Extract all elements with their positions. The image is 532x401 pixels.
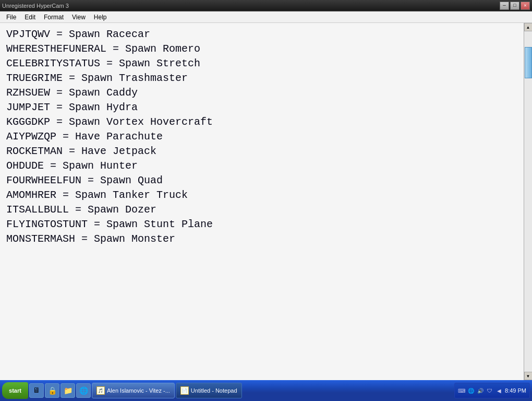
scroll-down-arrow[interactable]: ▼ <box>524 372 533 380</box>
system-tray: ⌨ 🌐 🔊 🛡 ◀ 8:49 PM <box>454 383 530 398</box>
tray-icon-network: 🌐 <box>467 387 475 394</box>
title-bar-text: Unregistered HyperCam 3 <box>2 3 69 9</box>
app-music-label: Alen Islamovic - Vitez -... <box>107 387 170 394</box>
tray-icon-arrow[interactable]: ◀ <box>495 387 503 394</box>
maximize-button[interactable]: □ <box>510 2 519 10</box>
taskbar: start 🖥 🔒 📁 🌐 🎵 Alen Islamovic - Vitez -… <box>0 380 532 401</box>
notepad-content[interactable]: VPJTQWV = Spawn Racecar WHERESTHEFUNERAL… <box>0 23 524 380</box>
tray-icon-volume: 🔊 <box>477 387 484 394</box>
scroll-thumb[interactable] <box>525 47 532 78</box>
close-button[interactable]: ✕ <box>521 2 530 10</box>
start-button[interactable]: start <box>2 382 28 399</box>
menu-format[interactable]: Format <box>40 13 68 22</box>
menu-file[interactable]: File <box>2 13 20 22</box>
taskbar-icon-4[interactable]: 🌐 <box>76 383 91 398</box>
taskbar-app-notepad[interactable]: 📄 Untitled - Notepad <box>176 383 242 398</box>
taskbar-icon-3[interactable]: 📁 <box>61 383 75 398</box>
tray-icon-keyboard: ⌨ <box>458 387 465 394</box>
app-notepad-label: Untitled - Notepad <box>191 387 237 394</box>
menu-edit[interactable]: Edit <box>20 13 40 22</box>
notepad-container: VPJTQWV = Spawn Racecar WHERESTHEFUNERAL… <box>0 23 532 380</box>
app-music-icon: 🎵 <box>96 386 105 395</box>
app-notepad-icon: 📄 <box>180 386 189 395</box>
tray-icon-antivirus: 🛡 <box>486 387 493 394</box>
tray-time: 8:49 PM <box>505 387 526 394</box>
title-bar: Unregistered HyperCam 3 ─ □ ✕ <box>0 0 532 11</box>
minimize-button[interactable]: ─ <box>500 2 509 10</box>
taskbar-app-music[interactable]: 🎵 Alen Islamovic - Vitez -... <box>92 383 175 398</box>
taskbar-icon-1[interactable]: 🖥 <box>29 383 44 398</box>
scroll-up-arrow[interactable]: ▲ <box>524 23 533 31</box>
start-label: start <box>9 387 21 394</box>
vertical-scrollbar[interactable]: ▲ ▼ <box>524 23 532 380</box>
menu-bar: File Edit Format View Help <box>0 11 532 23</box>
menu-view[interactable]: View <box>68 13 90 22</box>
taskbar-icon-2[interactable]: 🔒 <box>45 383 59 398</box>
menu-help[interactable]: Help <box>90 13 111 22</box>
title-bar-buttons: ─ □ ✕ <box>500 2 530 10</box>
